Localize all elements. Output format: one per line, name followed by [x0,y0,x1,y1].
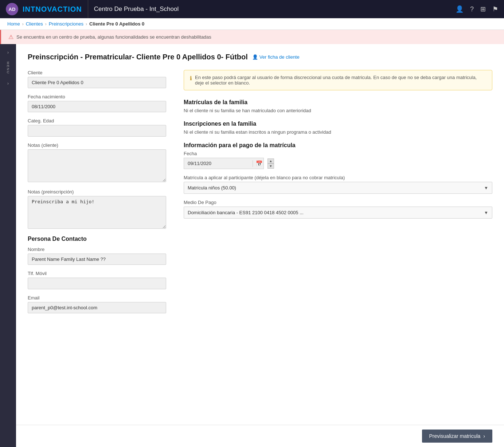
help-icon[interactable]: ? [470,5,474,13]
breadcrumb-preinscripciones[interactable]: Preinscripciones [49,21,83,27]
notas-preinscripcion-group: Notas (preinscripción) Preinscriba a mi … [28,189,166,230]
main-layout: › MENU › Preinscripción - Prematricular-… [0,44,504,447]
page-title: Preinscripción - Prematricular- Cliente … [28,53,248,61]
person-icon[interactable]: 👤 [456,5,464,13]
previsualizar-icon: › [483,433,485,439]
pago-fecha-label: Fecha [184,151,492,156]
notas-preinscripcion-label: Notas (preinscripción) [28,189,166,195]
nombre-input: Parent Name Family Last Name ?? [28,254,166,265]
tlf-label: Tlf. Móvil [28,271,166,276]
persona-contacto-title: Persona De Contacto [28,236,166,242]
breadcrumb-clientes[interactable]: Clientes [26,21,43,27]
outlook-icon[interactable]: ⊞ [480,5,486,13]
breadcrumb-home[interactable]: Home [7,21,20,27]
flag-icon[interactable]: ⚑ [492,5,498,13]
fecha-label: Fecha nacimiento [28,94,166,99]
warning-banner: ⚠ Se encuentra en un centro de prueba, a… [0,30,504,44]
email-group: Email parent_p0@test.int-school.com [28,295,166,313]
matricula-select-wrapper: Matrícula niños (50.00) Matrícula adulto… [184,182,492,194]
breadcrumb-sep3: › [86,21,87,27]
inscripciones-title: Inscripciones en la familia [184,121,492,127]
email-input: parent_p0@test.int-school.com [28,302,166,313]
warning-message: Se encuentra en un centro de prueba, alg… [16,34,211,40]
logo: INTNOVACTION [23,0,88,18]
date-arrows: ▲ ▼ [267,158,274,169]
app-title: Centro De Prueba - Int_School [94,5,456,13]
pago-fecha-input[interactable] [184,158,253,169]
nombre-group: Nombre Parent Name Family Last Name ?? [28,247,166,265]
content-area: Preinscripción - Prematricular- Cliente … [16,44,504,447]
medio-pago-label: Medio De Pago [184,200,492,205]
cliente-label: Cliente [28,70,166,75]
avatar: AD [6,3,18,15]
breadcrumb: Home › Clientes › Preinscripciones › Cli… [0,18,504,30]
info-text: En este paso podrá cargar al usuario de … [195,75,486,86]
notas-preinscripcion-textarea[interactable]: Preinscriba a mi hijo! [28,196,166,229]
previsualizar-label: Previsualizar matricula [429,433,481,439]
date-down-arrow[interactable]: ▼ [267,164,274,169]
topbar: AD INTNOVACTION Centro De Prueba - Int_S… [0,0,504,18]
date-up-arrow[interactable]: ▲ [267,158,274,164]
date-input-wrapper: 📅 [184,158,264,169]
logo-part2: ACTION [52,5,82,13]
logo-text: INTNOVACTION [23,5,82,13]
cliente-group: Cliente Cliente Pre 0 Apellidos 0 [28,70,166,88]
medio-pago-group: Medio De Pago Domiciliación bancaria - E… [184,200,492,219]
info-box: ℹ En este paso podrá cargar al usuario d… [184,70,492,90]
sidebar: › MENU › [0,44,16,447]
bottom-bar: Previsualizar matricula › [16,425,504,447]
sidebar-menu-label: MENU [6,62,10,74]
form-right: ℹ En este paso podrá cargar al usuario d… [184,70,492,319]
breadcrumb-sep1: › [22,21,24,27]
email-label: Email [28,295,166,301]
payment-section: Información para el pago de la matrícula… [184,142,492,219]
warning-icon: ⚠ [8,34,13,40]
pago-title: Información para el pago de la matrícula [184,142,492,149]
categ-label: Categ. Edad [28,118,166,123]
pago-fecha-group: Fecha 📅 ▲ ▼ [184,151,492,169]
sidebar-toggle-bottom[interactable]: › [0,79,16,88]
notas-cliente-group: Notas (cliente) [28,142,166,183]
calendar-button[interactable]: 📅 [253,160,266,167]
sidebar-toggle-top[interactable]: › [0,48,16,57]
page-title-area: Preinscripción - Prematricular- Cliente … [28,53,492,61]
fecha-group: Fecha nacimiento 08/11/2000 [28,94,166,112]
matricula-select-group: Matrícula a aplicar al participante (déj… [184,175,492,194]
matricula-select[interactable]: Matrícula niños (50.00) Matrícula adulto… [184,182,492,193]
form-left: Cliente Cliente Pre 0 Apellidos 0 Fecha … [28,70,166,319]
matriculas-text: Ni el cliente ni su familia se han matri… [184,108,492,113]
tlf-input[interactable] [28,278,166,289]
person-ficha-icon: 👤 [252,54,258,60]
form-grid: Cliente Cliente Pre 0 Apellidos 0 Fecha … [28,70,492,319]
previsualizar-button[interactable]: Previsualizar matricula › [422,430,493,443]
ver-ficha-label: Ver ficha de cliente [259,54,300,60]
logo-part1: INTNOV [23,5,52,13]
categ-group: Categ. Edad [28,118,166,137]
breadcrumb-sep2: › [45,21,47,27]
nombre-label: Nombre [28,247,166,252]
cliente-input: Cliente Pre 0 Apellidos 0 [28,77,166,88]
matriculas-title: Matrículas de la familia [184,99,492,106]
breadcrumb-current: Cliente Pre 0 Apellidos 0 [89,21,144,27]
info-icon: ℹ [190,75,192,86]
ver-ficha-link[interactable]: 👤 Ver ficha de cliente [252,54,300,60]
matricula-label: Matrícula a aplicar al participante (déj… [184,175,492,180]
topbar-icons: 👤 ? ⊞ ⚑ [456,5,498,13]
tlf-group: Tlf. Móvil [28,271,166,289]
inscripciones-text: Ni el cliente ni su familia estan inscri… [184,129,492,135]
fecha-nacimiento-input: 08/11/2000 [28,101,166,112]
notas-cliente-label: Notas (cliente) [28,142,166,148]
notas-cliente-textarea[interactable] [28,149,166,182]
medio-pago-select[interactable]: Domiciliación bancaria - ES91 2100 0418 … [184,207,492,218]
categ-input[interactable] [28,125,166,137]
medio-select-wrapper: Domiciliación bancaria - ES91 2100 0418 … [184,207,492,219]
